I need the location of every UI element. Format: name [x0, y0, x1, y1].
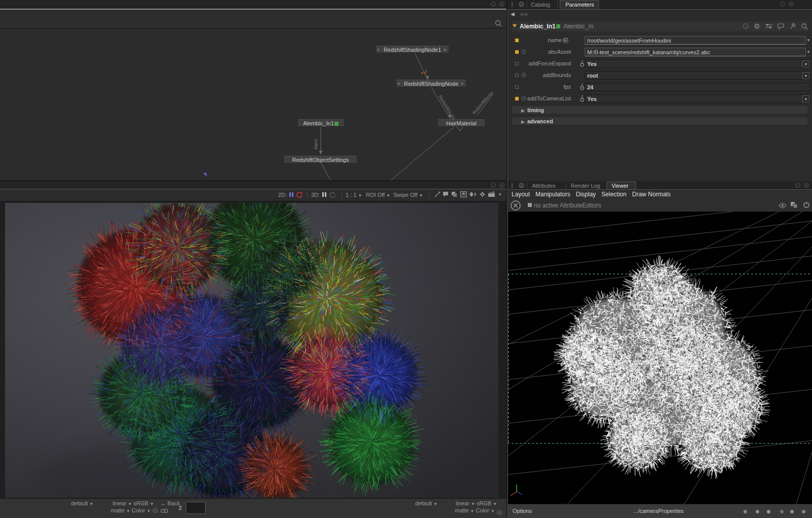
svg-text:RedshiftBump: RedshiftBump: [471, 90, 494, 115]
svg-text:input: input: [313, 139, 318, 149]
svg-text:2: 2: [423, 68, 428, 75]
